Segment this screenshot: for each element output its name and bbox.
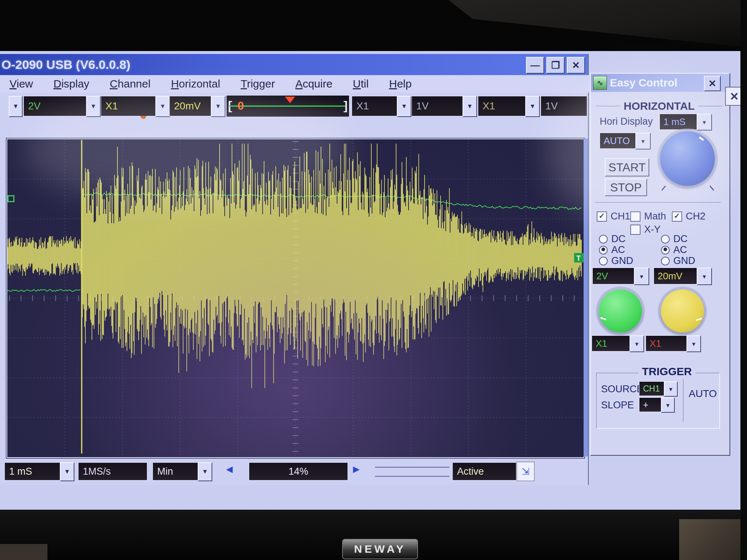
xy-label: X-Y: [644, 224, 661, 235]
waveform-display[interactable]: T: [7, 139, 584, 458]
ch1-dc-radio[interactable]: [599, 235, 608, 244]
chevron-down-icon[interactable]: ▼: [635, 133, 651, 149]
ch2-ac-radio[interactable]: [661, 246, 670, 254]
ch1-checkbox[interactable]: ✓: [597, 211, 607, 222]
slider-track: [229, 105, 346, 107]
probe-combo-a[interactable]: X1: [352, 96, 401, 116]
ch2-position-knob[interactable]: [661, 289, 704, 332]
ch1-ac-radio-row[interactable]: AC: [599, 244, 625, 256]
chevron-down-icon[interactable]: ▼: [60, 462, 74, 481]
monitor-screen: O-2090 USB (V6.0.0.8) — ❐ ✕ View Display…: [0, 51, 740, 510]
chevron-down-icon[interactable]: ▼: [9, 96, 23, 117]
menu-bar: View Display Channel Horizontal Trigger …: [0, 75, 597, 93]
position-track[interactable]: [375, 467, 449, 477]
ch1-probe-combo[interactable]: X1: [101, 96, 160, 116]
gnd-label: GND: [611, 255, 633, 267]
ch1-probe-combo[interactable]: X1: [592, 335, 633, 351]
ch2-probe-combo[interactable]: X1: [646, 335, 690, 351]
menu-acquire[interactable]: Acquire: [295, 78, 333, 90]
window-title: O-2090 USB (V6.0.0.8): [1, 58, 130, 72]
trigger-source-combo[interactable]: CH1: [639, 381, 667, 396]
chevron-down-icon[interactable]: ▼: [664, 381, 678, 397]
ch1-label: CH1: [611, 211, 630, 222]
menu-help[interactable]: Help: [389, 78, 412, 90]
chevron-down-icon[interactable]: ▼: [155, 96, 170, 117]
ch2-ac-radio-row[interactable]: AC: [661, 244, 687, 256]
xy-checkbox[interactable]: [630, 225, 640, 235]
ch2-gnd-radio-row[interactable]: GND: [661, 255, 695, 267]
trigger-position-slider[interactable]: [ 0 ]: [226, 95, 349, 117]
easy-control-title-bar[interactable]: ∿ Easy Control ✕: [591, 74, 729, 92]
chevron-down-icon[interactable]: ▼: [697, 114, 712, 131]
ch2-volts-combo[interactable]: 20mV: [169, 96, 215, 116]
chevron-down-icon[interactable]: ▼: [86, 96, 101, 117]
ch1-volts-combo[interactable]: 2V: [23, 96, 90, 116]
chevron-down-icon[interactable]: ▼: [397, 96, 411, 117]
ch2-volts-combo[interactable]: 20mV: [654, 268, 700, 284]
ac-label: AC: [611, 244, 625, 256]
horizontal-mode-combo[interactable]: AUTO: [600, 133, 639, 149]
menu-util[interactable]: Util: [353, 78, 368, 90]
ch2-dc-radio-row[interactable]: DC: [661, 233, 688, 245]
math-checkbox[interactable]: [630, 211, 640, 222]
trigger-divider: [683, 379, 684, 421]
ch1-gnd-radio[interactable]: [599, 257, 608, 265]
chevron-down-icon[interactable]: ▼: [634, 268, 649, 285]
menu-horizontal[interactable]: Horizontal: [171, 78, 220, 90]
xy-checkbox-row[interactable]: X-Y: [630, 224, 661, 235]
scroll-right-icon[interactable]: ►: [351, 463, 362, 475]
hori-display-combo[interactable]: 1 mS: [659, 114, 700, 130]
chevron-down-icon[interactable]: ▼: [525, 96, 540, 117]
dc-label: DC: [673, 233, 688, 245]
ch2-dc-radio[interactable]: [661, 235, 670, 244]
title-bar[interactable]: O-2090 USB (V6.0.0.8) — ❐ ✕: [0, 54, 588, 75]
ch1-volts-combo[interactable]: 2V: [592, 268, 638, 284]
ch1-ac-radio[interactable]: [599, 246, 608, 254]
scroll-left-icon[interactable]: ◄: [224, 463, 235, 475]
ch1-dc-radio-row[interactable]: DC: [599, 233, 626, 245]
ac-label: AC: [673, 244, 687, 256]
slider-position-marker[interactable]: [285, 97, 295, 103]
acquisition-combo[interactable]: Min: [152, 462, 202, 481]
knob-tick: [661, 186, 666, 191]
scroll-strip[interactable]: [584, 139, 588, 456]
easy-control-window: ∿ Easy Control ✕ HORIZONTAL Hori Display…: [590, 73, 730, 456]
resize-grip[interactable]: ⇲: [516, 462, 535, 481]
start-button[interactable]: START: [605, 158, 649, 176]
svg-text:T: T: [576, 254, 581, 262]
ch2-checkbox[interactable]: ✓: [672, 211, 682, 222]
chevron-down-icon[interactable]: ▼: [211, 96, 225, 117]
chevron-down-icon[interactable]: ▼: [697, 268, 712, 285]
chevron-down-icon[interactable]: ▼: [198, 462, 212, 481]
timebase-combo[interactable]: 1 mS: [4, 462, 64, 481]
room-background: [449, 0, 747, 47]
volts-combo-b[interactable]: 1V: [541, 96, 587, 116]
menu-display[interactable]: Display: [53, 78, 89, 90]
ch2-checkbox-row[interactable]: ✓ CH2: [672, 211, 705, 222]
probe-combo-b[interactable]: X1: [478, 96, 530, 116]
chevron-down-icon[interactable]: ▼: [661, 397, 675, 413]
chevron-down-icon[interactable]: ▼: [462, 96, 477, 117]
dso-main-window: O-2090 USB (V6.0.0.8) — ❐ ✕ View Display…: [0, 54, 589, 485]
ch1-position-knob[interactable]: [599, 289, 642, 332]
ch2-gnd-radio[interactable]: [661, 257, 670, 265]
close-button[interactable]: ✕: [567, 57, 585, 74]
chevron-down-icon[interactable]: ▼: [630, 335, 644, 352]
volts-combo-a[interactable]: 1V: [411, 96, 467, 116]
menu-trigger[interactable]: Trigger: [241, 78, 275, 90]
trigger-source-label: SOURCE: [601, 384, 643, 395]
ch1-checkbox-row[interactable]: ✓ CH1: [597, 211, 630, 222]
knob-pointer: [699, 136, 704, 141]
minimize-button[interactable]: —: [526, 57, 544, 74]
horizontal-position-knob[interactable]: [660, 131, 715, 186]
math-checkbox-row[interactable]: Math: [630, 211, 666, 222]
stop-button[interactable]: STOP: [605, 179, 647, 196]
ch1-gnd-radio-row[interactable]: GND: [599, 255, 633, 267]
chevron-down-icon[interactable]: ▼: [686, 335, 701, 352]
sample-rate-box: 1MS/s: [78, 462, 147, 481]
maximize-button[interactable]: ❐: [546, 57, 565, 74]
menu-view[interactable]: View: [9, 78, 33, 90]
menu-channel[interactable]: Channel: [110, 78, 151, 90]
easy-control-close-button[interactable]: ✕: [704, 76, 721, 91]
monitor-brand-logo: NEWAY: [342, 539, 418, 559]
